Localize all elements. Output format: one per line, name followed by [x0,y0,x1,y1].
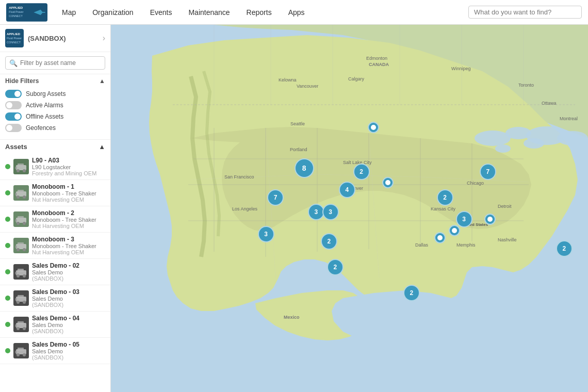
svg-rect-36 [18,295,24,298]
asset-org: Forestry and Mining OEM [32,170,105,176]
svg-text:Los Angeles: Los Angeles [232,206,258,211]
asset-org: (SANDBOX) [32,328,105,334]
asset-thumbnail [13,238,29,253]
nav-search-input[interactable] [468,6,582,19]
filter-alarms-label: Active Alarms [26,102,63,109]
map-area[interactable]: Vancouver Calgary Edmonton Winnipeg Seat… [111,25,588,392]
nav-apps[interactable]: Apps [280,0,313,25]
filters-header[interactable]: Hide Filters ▲ [0,74,110,88]
asset-name: Monoboom - 2 [32,209,105,217]
svg-point-28 [23,248,26,251]
nav-maintenance[interactable]: Maintenance [180,0,238,25]
asset-info: Sales Demo - 03 Sales Demo (SANDBOX) [32,288,105,308]
map-marker[interactable]: 2 [556,240,573,257]
map-marker[interactable]: 7 [267,189,284,206]
asset-name: Monoboom - 3 [32,236,105,243]
svg-point-48 [23,353,26,356]
map-marker[interactable] [368,122,379,133]
svg-rect-44 [15,324,17,327]
svg-text:Mexico: Mexico [284,315,300,320]
filter-geofences-label: Geofences [26,124,56,132]
filter-geofences-toggle[interactable] [5,124,22,132]
filter-alarms-toggle[interactable] [5,101,22,109]
asset-item[interactable]: L90 - A03 L90 Logstacker Forestry and Mi… [0,154,110,180]
asset-thumbnail [13,185,29,201]
map-marker[interactable]: 8 [295,158,314,178]
svg-rect-11 [18,164,24,167]
assets-header[interactable]: Assets ▲ [0,140,110,154]
map-marker[interactable]: 7 [480,164,496,180]
map-marker[interactable] [434,232,446,243]
nav-events[interactable]: Events [142,0,181,25]
nav-map[interactable]: Map [54,0,84,25]
asset-item[interactable]: Sales Demo - 05 Sales Demo (SANDBOX) [0,338,110,364]
svg-point-51 [475,130,511,146]
asset-item[interactable]: Monoboom - 1 Monoboom - Tree Shaker Nut … [0,180,110,206]
filter-offline-toggle[interactable] [5,112,22,121]
svg-point-22 [17,222,20,225]
map-marker[interactable]: 2 [437,189,453,206]
svg-text:Dallas: Dallas [415,242,429,248]
asset-item[interactable]: Sales Demo - 02 Sales Demo (SANDBOX) [0,259,110,285]
map-marker[interactable]: 2 [321,233,337,250]
filter-offline-label: Offline Assets [26,113,63,120]
assets-section: Assets ▲ L90 - A03 L90 Logstacker Forest… [0,140,110,392]
asset-type: Sales Demo [32,348,105,354]
asset-thumbnail [13,211,29,227]
filter-suborg: Suborg Assets [5,90,105,98]
map-marker[interactable] [449,225,460,236]
filters-section: Hide Filters ▲ Suborg Assets Active Alar… [0,74,110,140]
asset-item[interactable]: Monoboom - 2 Monoboom - Tree Shaker Nut … [0,206,110,233]
svg-point-38 [23,301,26,304]
sidebar-search-input[interactable] [5,56,105,70]
nav-reports[interactable]: Reports [238,0,280,25]
asset-org: Nut Harvesting OEM [32,223,105,229]
asset-type: L90 Logstacker [32,164,105,170]
svg-text:CANADA: CANADA [369,62,389,67]
sidebar-expand-icon[interactable]: › [103,34,105,43]
map-marker[interactable]: 4 [339,182,355,198]
map-marker[interactable]: 3 [322,204,339,220]
svg-point-37 [17,301,20,304]
sidebar-search-area: 🔍 [0,52,110,74]
map-marker[interactable]: 3 [258,226,274,242]
asset-org: (SANDBOX) [32,275,105,282]
svg-text:San Francisco: San Francisco [224,174,254,179]
map-marker[interactable] [484,214,496,225]
map-marker[interactable] [382,177,394,188]
svg-text:CONNECT: CONNECT [9,14,23,17]
svg-point-54 [495,144,511,153]
nav-organization[interactable]: Organization [84,0,141,25]
map-marker[interactable]: 2 [327,259,344,275]
svg-point-27 [17,248,20,251]
filters-collapse-icon: ▲ [99,77,105,85]
asset-item[interactable]: Sales Demo - 03 Sales Demo (SANDBOX) [0,285,110,312]
search-icon: 🔍 [9,59,18,67]
asset-type: Monoboom - Tree Shaker [32,217,105,223]
map-marker[interactable]: 2 [403,285,420,301]
asset-name: L90 - A03 [32,157,105,164]
svg-rect-26 [18,242,24,246]
filters-label: Hide Filters [5,77,39,85]
svg-text:Fluid Power: Fluid Power [9,10,23,13]
svg-text:Nashville: Nashville [498,237,517,242]
asset-org: Nut Harvesting OEM [32,249,105,255]
map-marker[interactable]: 3 [456,211,472,227]
logo[interactable]: APPLIED Fluid Power CONNECT [6,2,47,23]
sidebar: APPLIED Fluid Power CONNECT (SANDBOX) › … [0,25,111,392]
svg-text:Kelowna: Kelowna [279,77,297,83]
asset-info: L90 - A03 L90 Logstacker Forestry and Mi… [32,157,105,176]
asset-item[interactable]: Sales Demo - 04 Sales Demo (SANDBOX) [0,312,110,338]
asset-item[interactable]: Monoboom - 3 Monoboom - Tree Shaker Nut … [0,233,110,259]
map-marker[interactable]: 2 [353,164,370,180]
svg-text:APPLIED: APPLIED [7,32,21,36]
filter-suborg-toggle[interactable] [5,90,22,98]
asset-status-dot [5,164,10,169]
asset-status-dot [5,269,10,274]
svg-text:Detroit: Detroit [498,204,512,209]
asset-name: Sales Demo - 05 [32,341,105,348]
svg-rect-16 [18,190,24,193]
svg-rect-39 [15,298,17,301]
asset-name: Sales Demo - 03 [32,288,105,296]
svg-rect-46 [18,348,24,351]
